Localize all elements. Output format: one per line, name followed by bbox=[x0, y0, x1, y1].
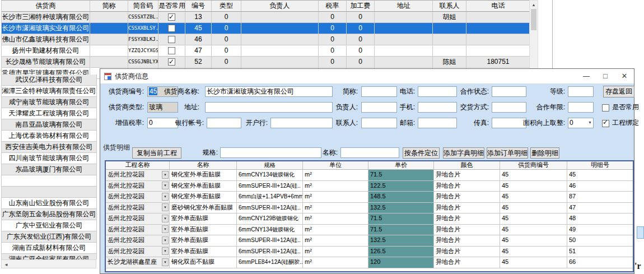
coop-status-input[interactable] bbox=[492, 86, 526, 97]
common-checkbox[interactable] bbox=[168, 13, 175, 21]
common-checkbox[interactable] bbox=[168, 25, 175, 32]
unit-cell[interactable]: m² bbox=[303, 225, 368, 235]
supplier-no-cell[interactable]: 45 bbox=[500, 225, 567, 235]
list-item[interactable]: 东晶玻璃厦门有限公司 bbox=[2, 164, 97, 175]
scroll-up-icon[interactable]: ▲ bbox=[530, 1, 538, 9]
locate-by-condition-button[interactable]: 按条件定位 bbox=[403, 147, 440, 159]
unit-cell[interactable]: m² bbox=[303, 247, 368, 257]
supplier-no-cell[interactable]: 45 bbox=[500, 170, 567, 180]
supplier-no-cell[interactable]: 45 bbox=[500, 213, 567, 224]
unit-cell[interactable]: m² bbox=[303, 213, 368, 224]
chevron-down-icon[interactable]: ▼ bbox=[162, 225, 169, 233]
list-item[interactable]: 上海优泰装饰材料有限公司 bbox=[2, 131, 97, 142]
bank-account-input[interactable] bbox=[207, 118, 241, 128]
price-cell[interactable]: 71.5 bbox=[368, 213, 434, 224]
supplier-no-cell[interactable]: 45 bbox=[500, 235, 567, 246]
unit-cell[interactable]: m² bbox=[303, 203, 368, 213]
color-cell[interactable]: 异地合片 bbox=[434, 257, 500, 268]
color-cell[interactable]: 异地合片 bbox=[434, 247, 500, 257]
project-combo-cell[interactable]: 岳州北控花园▼ bbox=[106, 247, 170, 257]
price-cell[interactable]: 71.5 bbox=[368, 225, 434, 235]
common-checkbox[interactable] bbox=[168, 36, 175, 43]
supplier-type-input[interactable]: 玻璃 bbox=[147, 102, 178, 113]
unit-cell[interactable]: m² bbox=[303, 257, 368, 268]
list-item[interactable] bbox=[2, 175, 97, 187]
color-cell[interactable]: 异地合片 bbox=[434, 203, 500, 213]
project-combo-cell[interactable]: 岳州北控花园▼ bbox=[106, 192, 170, 202]
spec-filter-input[interactable] bbox=[220, 147, 321, 158]
grid-column-supplier-no[interactable]: 供货商编号 bbox=[500, 161, 567, 169]
grid-column-unit[interactable]: 单位 bbox=[303, 161, 368, 169]
grid-column-name[interactable]: 名称 bbox=[170, 161, 237, 169]
price-cell[interactable]: 71.5 bbox=[368, 170, 434, 180]
list-item[interactable]: 武汉亿泽科技有限公司 bbox=[2, 75, 97, 86]
mobile-input[interactable] bbox=[418, 102, 457, 113]
copy-current-project-button[interactable]: 复制当前工程 bbox=[132, 147, 181, 159]
table-row[interactable]: 佛山市亿鑫玻璃科技有限公司 FSSYXBLKJ.. 46 0 0 0 bbox=[2, 34, 530, 45]
supplier-no-cell[interactable]: 45 bbox=[500, 181, 567, 192]
column-header-supplier[interactable]: 供货商 bbox=[2, 1, 90, 11]
detail-no-cell[interactable]: 45 bbox=[567, 170, 633, 180]
chevron-down-icon[interactable]: ▼ bbox=[162, 193, 169, 201]
price-cell[interactable]: 120 bbox=[368, 257, 434, 268]
close-button[interactable]: ✕ bbox=[615, 69, 634, 83]
table-row[interactable]: 长沙市三湘特种玻璃有限公司 CSSSXTZBL.. 13 0 0 0 胡姐 bbox=[2, 12, 530, 23]
chevron-down-icon[interactable]: ▼ bbox=[162, 182, 169, 189]
spec-cell[interactable]: 6mmCNY134镀膜钢化 bbox=[237, 225, 303, 235]
name-cell[interactable]: 钢化室外单面贴膜 bbox=[170, 181, 237, 192]
supplier-name-input[interactable]: 长沙市潇湘玻璃实业有限公司 bbox=[205, 86, 333, 97]
grid-column-detail-no[interactable]: 明细号 bbox=[567, 161, 633, 169]
color-cell[interactable]: 异地合片 bbox=[434, 170, 500, 180]
list-item[interactable]: 湖南广亚全铝家居有限公司 bbox=[2, 254, 97, 259]
column-header-phone[interactable]: 电话 bbox=[466, 1, 530, 11]
project-combo-cell[interactable]: 岳州北控花园▼ bbox=[106, 213, 170, 224]
list-item[interactable] bbox=[2, 187, 97, 198]
project-combo-cell[interactable]: 岳州北控花园▼ bbox=[106, 225, 170, 235]
add-dict-detail-button[interactable]: 添加字典明细 bbox=[443, 147, 484, 159]
grid-column-color[interactable]: 颜色 bbox=[434, 161, 500, 169]
spec-cell[interactable]: 6mmSUPER-III+12A(硅.. bbox=[237, 235, 303, 246]
column-header-fee[interactable]: 加工费 bbox=[347, 1, 375, 11]
table-row[interactable]: 扬州中勤建材有限公司 YZZQJCYXGS 47 0 0 0 bbox=[2, 45, 530, 57]
grid-column-project[interactable]: 工程名称 bbox=[106, 161, 170, 169]
chevron-down-icon[interactable]: ▼ bbox=[162, 171, 169, 179]
column-header-common[interactable]: 是否常用 bbox=[158, 1, 185, 11]
grid-column-price[interactable]: 单价 bbox=[368, 161, 434, 169]
color-cell[interactable]: 异地合片 bbox=[434, 192, 500, 202]
list-item[interactable]: 南昌亚晶玻璃有限公司 bbox=[2, 119, 97, 131]
phone-input[interactable] bbox=[418, 86, 457, 97]
horizontal-scrollbar[interactable]: ◄ bbox=[1, 259, 96, 268]
column-header-abbr[interactable]: 简称 bbox=[90, 1, 128, 11]
grid-column-spec[interactable]: 规格 bbox=[237, 161, 303, 169]
chevron-down-icon[interactable]: ▼ bbox=[162, 236, 169, 244]
detail-no-cell[interactable]: 50 bbox=[567, 235, 633, 246]
column-header-code[interactable]: 简音码 bbox=[128, 1, 158, 11]
unit-cell[interactable]: m² bbox=[303, 181, 368, 192]
project-combo-cell[interactable]: 长沙龙湖祺鑫星座▼ bbox=[106, 257, 170, 268]
list-item[interactable]: 西安佳吉美电力科技有限公司 bbox=[2, 142, 97, 153]
spec-cell[interactable]: 6mmSUPER-III+12A(硅.. bbox=[237, 203, 303, 213]
color-cell[interactable]: 异地合片 bbox=[434, 213, 500, 224]
list-item[interactable]: 广东中亚铝业有限公司 bbox=[2, 220, 97, 231]
address-input[interactable] bbox=[205, 102, 333, 113]
coop-years-input[interactable] bbox=[568, 102, 594, 113]
name-cell[interactable]: 钢化双面不贴膜 bbox=[170, 257, 237, 268]
common-checkbox[interactable] bbox=[168, 58, 175, 66]
spec-cell[interactable]: 6mm白玻+1.14PVB+6mm.. bbox=[237, 192, 303, 202]
spec-cell[interactable]: 6mmCNY134镀膜钢化 bbox=[237, 170, 303, 180]
detail-no-cell[interactable]: 51 bbox=[567, 247, 633, 257]
name-cell[interactable]: 室外单面贴膜 bbox=[170, 213, 237, 224]
common-checkbox[interactable] bbox=[168, 47, 175, 54]
unit-cell[interactable]: m² bbox=[303, 192, 368, 202]
column-header-tax[interactable]: 税率 bbox=[319, 1, 347, 11]
project-combo-cell[interactable]: 岳州北控花园▼ bbox=[106, 170, 170, 180]
detail-no-cell[interactable]: 66 bbox=[567, 257, 633, 268]
chevron-down-icon[interactable]: ▼ bbox=[162, 203, 169, 211]
project-combo-cell[interactable]: 岳州北控花园▼ bbox=[106, 181, 170, 192]
scroll-left-icon[interactable]: ◄ bbox=[2, 261, 11, 269]
unit-cell[interactable]: m² bbox=[303, 170, 368, 180]
name-cell[interactable]: 钢化室外单面贴膜 bbox=[170, 192, 237, 202]
detail-no-cell[interactable]: 47 bbox=[567, 203, 633, 213]
list-item[interactable]: 天津耀皮工程玻璃有限公司 bbox=[2, 108, 97, 119]
column-header-manager[interactable]: 负责人 bbox=[241, 1, 319, 11]
